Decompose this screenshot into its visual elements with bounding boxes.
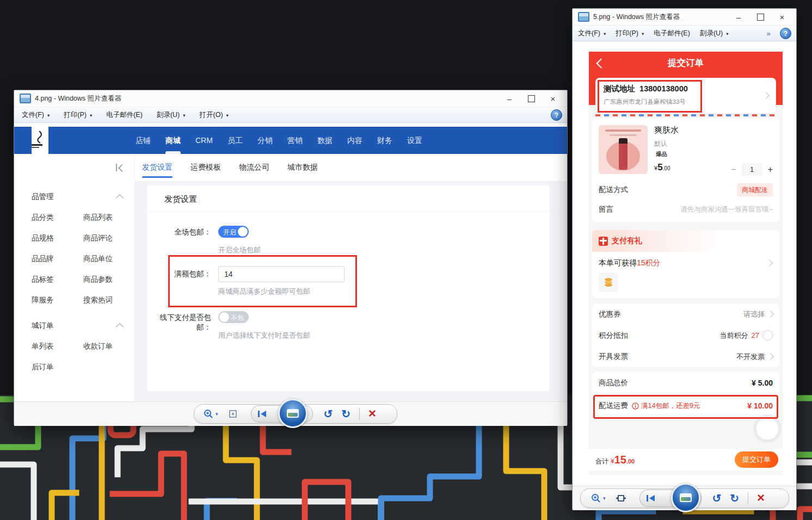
title-bar[interactable]: 5.png - Windows 照片查看器 – × xyxy=(573,9,796,26)
sidebar-item[interactable]: 单列表 xyxy=(32,342,54,351)
submit-order-button[interactable]: 提交订单 xyxy=(735,451,778,468)
sidebar-item[interactable]: 商品评论 xyxy=(83,233,113,243)
maximize-button[interactable] xyxy=(520,92,542,105)
points-radio[interactable] xyxy=(762,330,773,341)
address-card[interactable]: 测试地址 13800138000 广东惠州市龙门县麻榨镇33号 xyxy=(595,78,776,113)
sidebar-item[interactable]: 商品单位 xyxy=(83,254,113,264)
maximize-button[interactable] xyxy=(749,10,771,23)
menu-email[interactable]: 电子邮件(E) xyxy=(106,110,143,120)
offline-pay-shipping-toggle[interactable]: 不包 xyxy=(218,311,249,323)
nav-tab-mall[interactable]: 商城 xyxy=(165,127,181,154)
zoom-button[interactable]: ▾ xyxy=(581,493,609,504)
photo-viewer-app-icon xyxy=(20,94,31,103)
sidebar-item[interactable]: 品标签 xyxy=(32,275,54,284)
chevron-right-icon[interactable] xyxy=(766,259,773,267)
sidebar-item[interactable]: 后订单 xyxy=(32,362,54,372)
sidebar-item[interactable]: 搜索热词 xyxy=(83,295,113,305)
title-bar[interactable]: 4.png - Windows 照片查看器 – × xyxy=(14,90,567,107)
nav-tab-content[interactable]: 内容 xyxy=(347,127,362,154)
back-icon[interactable] xyxy=(596,58,606,68)
sidebar-group-orders[interactable]: 城订单 xyxy=(32,321,54,331)
totals-card: 商品总价 ¥ 5.00 配送运费 满14包邮，还差9元 ¥ 10.00 xyxy=(592,372,779,418)
nav-tab-data[interactable]: 数据 xyxy=(317,127,333,154)
dropdown-icon: ▾ xyxy=(90,113,92,118)
nav-tab-distribution[interactable]: 分销 xyxy=(257,127,273,154)
menu-file[interactable]: 文件(F)▾ xyxy=(578,29,606,38)
rotate-ccw-button[interactable]: ↺ xyxy=(319,408,337,419)
previous-button[interactable] xyxy=(257,410,268,418)
rotate-cw-button[interactable]: ↻ xyxy=(337,408,355,419)
sidebar-group-product[interactable]: 品管理 xyxy=(32,192,54,202)
minimize-button[interactable]: – xyxy=(499,92,520,105)
sidebar-item[interactable]: 品规格 xyxy=(32,233,54,243)
invoice-row[interactable]: 开具发票 不开发票 xyxy=(599,346,773,367)
sidebar-item[interactable]: 品分类 xyxy=(32,213,54,222)
menu-bar: 文件(F)▾ 打印(P)▾ 电子邮件(E) 刻录(U)▾ » ? xyxy=(573,26,796,41)
menu-email[interactable]: 电子邮件(E) xyxy=(654,29,690,38)
annotation-rectangle xyxy=(593,395,778,419)
free-shipping-toggle[interactable]: 开启 xyxy=(218,226,249,238)
gift-title: 支付有礼 xyxy=(612,236,642,246)
fit-to-window-button[interactable] xyxy=(222,409,244,419)
zoom-button[interactable]: ▾ xyxy=(194,408,222,419)
nav-tab-staff[interactable]: 员工 xyxy=(227,127,243,154)
nav-tab-finance[interactable]: 财务 xyxy=(377,127,392,154)
slideshow-button[interactable] xyxy=(671,483,700,512)
menu-overflow-icon[interactable]: » xyxy=(767,29,771,38)
slideshow-picture-icon xyxy=(287,409,299,418)
sidebar-item[interactable]: 商品列表 xyxy=(83,213,113,222)
close-button[interactable]: × xyxy=(771,10,793,23)
sidebar-item[interactable]: 品品牌 xyxy=(32,254,54,264)
actual-size-button[interactable] xyxy=(609,493,633,503)
delete-button[interactable]: × xyxy=(753,491,771,505)
photo-viewer-window-4: 4.png - Windows 照片查看器 – × 文件(F)▾ 打印(P)▾ … xyxy=(14,90,568,425)
menu-file[interactable]: 文件(F)▾ xyxy=(22,110,50,120)
shipping-subtabs: 发货设置 运费模板 物流公司 城市数据 xyxy=(135,154,567,182)
delete-button[interactable]: × xyxy=(364,407,383,421)
dropdown-icon: ▾ xyxy=(604,31,606,36)
delivery-badge: 商城配送 xyxy=(737,183,773,197)
nav-tab-settings[interactable]: 设置 xyxy=(407,127,422,154)
product-spec: 默认 xyxy=(654,139,667,148)
panel-title: 发货设置 xyxy=(147,185,550,213)
nav-tab-crm[interactable]: CRM xyxy=(195,127,213,154)
mobile-header: 提交订单 xyxy=(589,52,783,75)
chevron-right-icon xyxy=(767,353,774,360)
floating-widget[interactable] xyxy=(756,418,778,439)
menu-burn[interactable]: 刻录(U)▾ xyxy=(157,110,186,120)
nav-tab-store[interactable]: 店铺 xyxy=(136,127,151,154)
checkout-bar: 合计 ¥ 15 .00 提交订单 xyxy=(589,449,783,471)
sidebar-collapse-icon[interactable] xyxy=(116,164,125,171)
rotate-cw-button[interactable]: ↻ xyxy=(725,493,743,504)
product-image xyxy=(599,125,648,174)
subtab-freight-template[interactable]: 运费模板 xyxy=(190,154,221,181)
sidebar-item[interactable]: 障服务 xyxy=(32,295,54,305)
menu-burn[interactable]: 刻录(U)▾ xyxy=(700,29,729,38)
quantity-minus-button[interactable]: − xyxy=(731,165,736,175)
close-button[interactable]: × xyxy=(542,92,564,105)
previous-button[interactable] xyxy=(645,494,656,503)
subtab-city-data[interactable]: 城市数据 xyxy=(287,154,318,181)
delivery-method-row[interactable]: 配送方式 商城配送 xyxy=(599,182,773,198)
mobile-title: 提交订单 xyxy=(668,57,704,69)
sidebar-item[interactable]: 商品参数 xyxy=(83,275,113,284)
points-deduction-row[interactable]: 积分抵扣 当前积分27 xyxy=(599,325,773,346)
message-row[interactable]: 留言 请先与商家沟通一致再留言哦~ xyxy=(599,201,773,218)
menu-print[interactable]: 打印(P)▾ xyxy=(64,110,92,120)
subtab-shipping-settings[interactable]: 发货设置 xyxy=(142,154,173,181)
menu-open[interactable]: 打开(O)▾ xyxy=(200,110,229,120)
subtab-logistics-company[interactable]: 物流公司 xyxy=(239,154,269,181)
rotate-ccw-button[interactable]: ↺ xyxy=(708,493,726,504)
quantity-plus-button[interactable]: + xyxy=(768,165,773,175)
nav-tab-marketing[interactable]: 营销 xyxy=(287,127,303,154)
mobile-order-screenshot: 提交订单 测试地址 13800138000 广东惠州市龙门县麻榨镇33号 爽肤水… xyxy=(589,52,783,475)
menu-print[interactable]: 打印(P)▾ xyxy=(616,29,644,38)
sidebar-item[interactable]: 收款订单 xyxy=(83,342,113,351)
field-label: 线下支付是否包邮： xyxy=(147,313,211,332)
coupon-row[interactable]: 优惠券 请选择 xyxy=(599,304,773,325)
slideshow-button[interactable] xyxy=(278,399,307,428)
help-icon[interactable]: ? xyxy=(780,28,791,39)
minimize-button[interactable]: – xyxy=(728,10,749,23)
help-icon[interactable]: ? xyxy=(551,109,562,121)
order-options-card: 优惠券 请选择 积分抵扣 当前积分27 开具发票 不开发票 xyxy=(592,304,779,367)
